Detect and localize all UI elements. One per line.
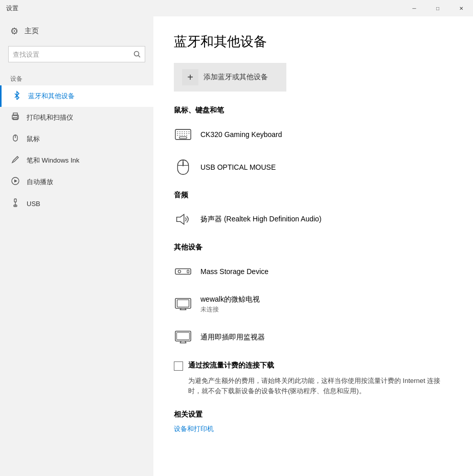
device-monitor: 通用即插即用监视器 <box>174 326 453 349</box>
sidebar-item-usb-label: USB <box>27 200 40 208</box>
svg-rect-38 <box>187 270 189 273</box>
metered-checkbox-row: 通过按流量计费的连接下载 <box>174 361 453 371</box>
section-mouse-keyboard-pen: 鼠标、键盘和笔 <box>174 106 453 178</box>
device-tv-info: wewalk的微鲸电视 未连接 <box>200 295 260 314</box>
titlebar: 设置 ─ □ ✕ <box>0 0 473 16</box>
svg-rect-31 <box>179 137 187 139</box>
device-mouse: USB OPTICAL MOUSE <box>174 156 453 178</box>
sidebar-item-autoplay-label: 自动播放 <box>27 177 53 187</box>
metered-checkbox-label: 通过按流量计费的连接下载 <box>188 361 274 370</box>
sidebar-home-label: 主页 <box>25 27 39 36</box>
related-link-devices-printers[interactable]: 设备和打印机 <box>174 424 453 434</box>
svg-rect-41 <box>177 300 189 307</box>
keyboard-icon <box>174 125 192 144</box>
sidebar-item-printers-label: 打印机和扫描仪 <box>27 113 73 122</box>
sidebar-item-pen[interactable]: 笔和 Windows Ink <box>0 150 153 171</box>
svg-line-1 <box>139 56 141 58</box>
metered-description: 为避免产生额外的费用，请始终关闭此功能，这样当你使用按流量计费的 Interne… <box>174 376 453 396</box>
mouse-icon <box>10 133 20 145</box>
device-storage-info: Mass Storage Device <box>200 267 268 276</box>
device-mouse-info: USB OPTICAL MOUSE <box>200 163 276 171</box>
section-mouse-keyboard-pen-title: 鼠标、键盘和笔 <box>174 106 453 115</box>
sidebar-item-printers[interactable]: 打印机和扫描仪 <box>0 107 153 128</box>
device-tv-sub: 未连接 <box>200 305 260 314</box>
sidebar-item-mouse-label: 鼠标 <box>27 134 40 144</box>
svg-rect-4 <box>13 118 17 120</box>
section-audio-title: 音频 <box>174 191 453 200</box>
svg-marker-36 <box>177 214 184 224</box>
device-keyboard: CK320 Gaming Keyboard <box>174 123 453 146</box>
device-speaker-name: 扬声器 (Realtek High Definition Audio) <box>200 215 322 224</box>
close-button[interactable]: ✕ <box>449 0 473 16</box>
device-mouse-name: USB OPTICAL MOUSE <box>200 163 276 171</box>
sidebar-item-bluetooth[interactable]: 蓝牙和其他设备 <box>0 85 153 107</box>
sidebar-item-autoplay[interactable]: 自动播放 <box>0 171 153 193</box>
search-box <box>8 46 145 62</box>
device-tv: wewalk的微鲸电视 未连接 <box>174 293 453 316</box>
svg-rect-13 <box>175 129 191 140</box>
page-title: 蓝牙和其他设备 <box>174 33 453 51</box>
svg-marker-9 <box>14 179 17 183</box>
search-button[interactable] <box>129 46 145 62</box>
speaker-icon <box>174 210 192 229</box>
svg-rect-10 <box>14 199 16 202</box>
autoplay-icon <box>10 176 20 188</box>
search-icon <box>133 51 141 58</box>
svg-point-0 <box>134 52 139 56</box>
device-storage-name: Mass Storage Device <box>200 267 268 276</box>
main-content: 蓝牙和其他设备 + 添加蓝牙或其他设备 鼠标、键盘和笔 <box>153 16 473 476</box>
device-monitor-name: 通用即插即用监视器 <box>200 333 265 342</box>
sidebar-item-home[interactable]: ⚙ 主页 <box>0 20 153 42</box>
device-storage: Mass Storage Device <box>174 260 453 283</box>
pen-icon <box>10 155 20 166</box>
home-icon: ⚙ <box>10 26 18 37</box>
add-device-button[interactable]: + 添加蓝牙或其他设备 <box>174 63 286 92</box>
content-area: ⚙ 主页 设备 <box>0 16 473 476</box>
device-tv-name: wewalk的微鲸电视 <box>200 295 260 304</box>
add-icon: + <box>182 69 198 85</box>
sidebar-item-bluetooth-label: 蓝牙和其他设备 <box>28 92 75 101</box>
add-device-label: 添加蓝牙或其他设备 <box>204 73 268 82</box>
mouse-device-icon <box>174 158 192 176</box>
device-keyboard-info: CK320 Gaming Keyboard <box>200 130 282 139</box>
usb-icon <box>10 198 20 209</box>
minimize-button[interactable]: ─ <box>402 0 426 16</box>
monitor-icon <box>174 328 192 347</box>
device-speaker-info: 扬声器 (Realtek High Definition Audio) <box>200 215 322 224</box>
section-audio: 音频 扬声器 (Realtek High Definition Audio) <box>174 191 453 231</box>
printer-icon <box>10 112 20 123</box>
device-monitor-info: 通用即插即用监视器 <box>200 333 265 342</box>
maximize-button[interactable]: □ <box>426 0 449 16</box>
sidebar-item-mouse[interactable]: 鼠标 <box>0 128 153 150</box>
device-speaker: 扬声器 (Realtek High Definition Audio) <box>174 208 453 231</box>
svg-rect-37 <box>175 269 191 275</box>
search-input[interactable] <box>8 46 145 62</box>
metered-section: 通过按流量计费的连接下载 为避免产生额外的费用，请始终关闭此功能，这样当你使用按… <box>174 361 453 396</box>
metered-checkbox[interactable] <box>174 361 183 371</box>
section-other: 其他设备 Mass Storage Device <box>174 243 453 349</box>
svg-point-39 <box>178 270 181 273</box>
bluetooth-icon <box>12 90 22 102</box>
sidebar-section-label: 设备 <box>0 71 153 85</box>
section-other-title: 其他设备 <box>174 243 453 252</box>
tv-icon <box>174 296 192 314</box>
sidebar: ⚙ 主页 设备 <box>0 16 153 476</box>
titlebar-title: 设置 <box>6 4 18 13</box>
svg-rect-46 <box>177 332 190 339</box>
settings-window: 设置 ─ □ ✕ ⚙ 主页 <box>0 0 473 476</box>
sidebar-item-pen-label: 笔和 Windows Ink <box>27 156 79 165</box>
related-settings-title: 相关设置 <box>174 410 453 419</box>
svg-point-5 <box>17 116 18 117</box>
related-settings-section: 相关设置 设备和打印机 <box>174 410 453 434</box>
storage-icon <box>174 262 192 281</box>
titlebar-controls: ─ □ ✕ <box>402 0 473 16</box>
sidebar-item-usb[interactable]: USB <box>0 193 153 214</box>
device-keyboard-name: CK320 Gaming Keyboard <box>200 130 282 139</box>
